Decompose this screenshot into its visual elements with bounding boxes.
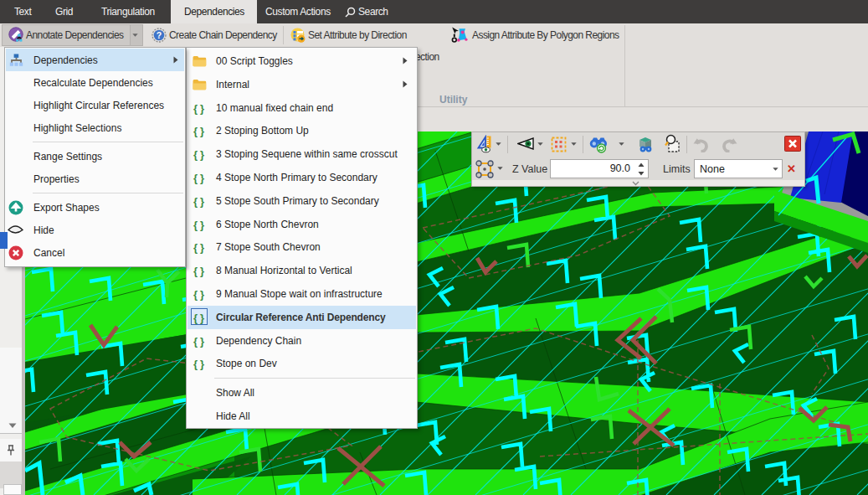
svg-text:?: ? (157, 30, 162, 40)
